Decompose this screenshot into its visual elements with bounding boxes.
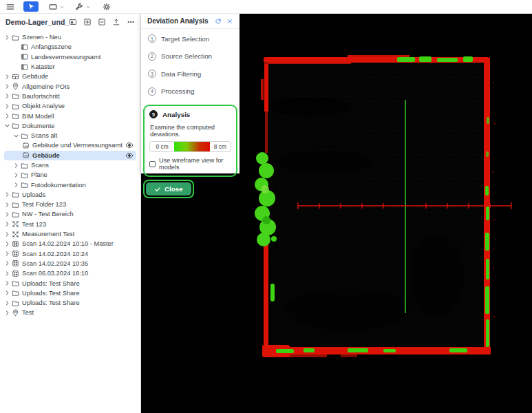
tree-item-allgemeine-pois[interactable]: Allgemeine POIs (4, 81, 136, 91)
tree-item-uploads-test-share-3[interactable]: Uploads: Test Share (4, 298, 136, 308)
tree-item-gebaeude-selected[interactable]: Gebäude (4, 151, 136, 160)
close-button[interactable]: Close (146, 182, 191, 195)
scene-icon (21, 43, 28, 51)
tree-item-objekt-analyse[interactable]: Objekt Analyse (4, 101, 136, 111)
step-source-selection[interactable]: 2 Source Selection (148, 52, 233, 61)
folder-icon (21, 181, 28, 189)
tree-item-test[interactable]: Test (4, 308, 136, 317)
tree-item-szenen-neu[interactable]: Szenen - Neu (4, 32, 136, 42)
folder-icon (12, 34, 19, 41)
chevron-down-icon (59, 4, 65, 10)
tree-item-gebaeude-und-vermessungsamt[interactable]: Gebäude und Vermessungsamt (4, 140, 136, 150)
tree-item-uploads-test-share-2[interactable]: Uploads: Test Share (4, 288, 136, 298)
scene-frame-icon[interactable] (69, 18, 77, 26)
tree-item-uploads-test-share-1[interactable]: Uploads: Test Share (4, 278, 136, 288)
scene-icon (21, 63, 28, 71)
tree-item-scan-1035[interactable]: Scan 14.02.2024 10:35 (4, 259, 136, 268)
folder-icon (12, 191, 19, 198)
refresh-icon[interactable] (215, 18, 222, 25)
scale-min-label: 0 cm (150, 142, 174, 151)
tree-item-nw-test-bereich[interactable]: NW - Test Bereich (4, 209, 136, 219)
tree-item-anfangsszene[interactable]: Anfangsszene (4, 42, 136, 52)
scan-icon (12, 260, 19, 267)
tree-item-gebaeude[interactable]: Gebäude (4, 72, 136, 81)
folder-icon (12, 92, 19, 100)
folder-icon (12, 103, 19, 110)
wireframe-checkbox[interactable] (149, 161, 156, 167)
step-data-filtering[interactable]: 3 Data Filtering (148, 70, 233, 78)
wireframe-option-row: Use wireframe view for models (149, 157, 231, 171)
tools-button[interactable] (74, 2, 91, 12)
step-processing[interactable]: 4 Processing (148, 87, 233, 96)
project-tree-sidebar: Demo-Lager_und_Bueroge... Szenen - Neu A… (0, 14, 141, 413)
tree-item-scan-1010-master[interactable]: Scan 14.02.2024 10:10 - Master (4, 239, 136, 248)
scale-max-label: 8 cm (210, 142, 231, 151)
close-highlight-box: Close (143, 180, 194, 198)
tree-item-fotodokumentation[interactable]: Fotodokumentation (4, 180, 136, 189)
tree-item-test-folder-123[interactable]: Test Folder 123 (4, 200, 136, 209)
image-icon (22, 142, 30, 149)
wireframe-checkbox-label: Use wireframe view for models (159, 157, 231, 171)
collapse-square-icon[interactable] (98, 18, 106, 26)
tree-item-scans-alt[interactable]: Scans alt (4, 131, 136, 140)
pin-icon (12, 309, 19, 317)
folder-icon (21, 162, 28, 169)
tree-item-measurement-test[interactable]: Measurement Test (4, 229, 136, 239)
tree-item-uploads[interactable]: Uploads (4, 190, 136, 200)
add-square-icon[interactable] (83, 18, 92, 26)
dialog-title: Deviation Analysis (147, 17, 209, 25)
step-target-selection[interactable]: 1 Target Selection (148, 34, 233, 43)
top-toolbar (0, 0, 532, 14)
pin-icon (12, 83, 19, 90)
more-options-icon[interactable] (127, 18, 135, 26)
folder-icon (12, 112, 19, 120)
close-icon[interactable] (226, 18, 233, 25)
scene-icon (21, 53, 28, 61)
select-tool-button[interactable] (23, 1, 39, 12)
tree-item-scan-1024[interactable]: Scan 14.02.2024 10:24 (4, 249, 136, 259)
wrench-icon (74, 2, 84, 12)
folder-icon (12, 122, 19, 129)
scan-icon (12, 250, 19, 257)
folder-icon (12, 201, 19, 209)
tree-item-scans[interactable]: Scans (4, 160, 136, 170)
folder-icon (21, 171, 28, 179)
file-tree: Szenen - Neu Anfangsszene Landesvermessu… (0, 30, 140, 318)
chevron-down-icon (85, 4, 91, 10)
step-analysis[interactable]: 5 Analysis (149, 110, 231, 118)
menu-icon[interactable] (6, 2, 15, 12)
deviation-gradient (174, 142, 210, 151)
analysis-description: Examine the computed deviations. (150, 124, 231, 138)
project-title: Demo-Lager_und_Bueroge... (6, 18, 69, 26)
check-icon (154, 186, 161, 193)
folder-icon (21, 132, 28, 140)
folder-icon (12, 211, 19, 218)
folder-icon (12, 289, 19, 297)
measurement-icon (12, 220, 19, 228)
tree-item-scan-1610[interactable]: Scan 06.03.2024 16:10 (4, 268, 136, 278)
folder-icon (12, 279, 19, 287)
3d-viewport[interactable]: Deviation Analysis 1 Target Selection 2 … (141, 14, 532, 413)
rectangle-tool-icon (48, 2, 58, 12)
eye-visibility-icon[interactable] (125, 151, 134, 160)
deviation-color-scale[interactable]: 0 cm 8 cm (149, 141, 231, 152)
tree-item-bim-modell[interactable]: BIM Modell (4, 111, 136, 120)
settings-gear-icon[interactable] (102, 2, 111, 12)
tree-item-landesvermessungsamt[interactable]: Landesvermessungsamt (4, 52, 136, 62)
measurement-icon (12, 231, 19, 238)
tree-item-dokumente[interactable]: Dokumente (4, 121, 136, 131)
upload-icon[interactable] (112, 18, 120, 26)
cursor-icon (28, 3, 35, 10)
scan-icon (12, 240, 19, 248)
deviation-analysis-dialog: Deviation Analysis 1 Target Selection 2 … (141, 14, 240, 173)
shape-tool-button[interactable] (48, 2, 65, 12)
tree-item-plaene[interactable]: Pläne (4, 170, 136, 180)
wizard-steps: 1 Target Selection 2 Source Selection 3 … (141, 29, 240, 96)
folder-icon (12, 299, 19, 307)
tree-item-baufortschritt[interactable]: Baufortschritt (4, 92, 136, 101)
tree-item-test-123[interactable]: Test 123 (4, 220, 136, 229)
image-icon (22, 151, 30, 159)
eye-visibility-icon[interactable] (125, 141, 134, 149)
tree-item-kataster[interactable]: Kataster (4, 62, 136, 72)
dialog-header: Deviation Analysis (141, 14, 240, 29)
